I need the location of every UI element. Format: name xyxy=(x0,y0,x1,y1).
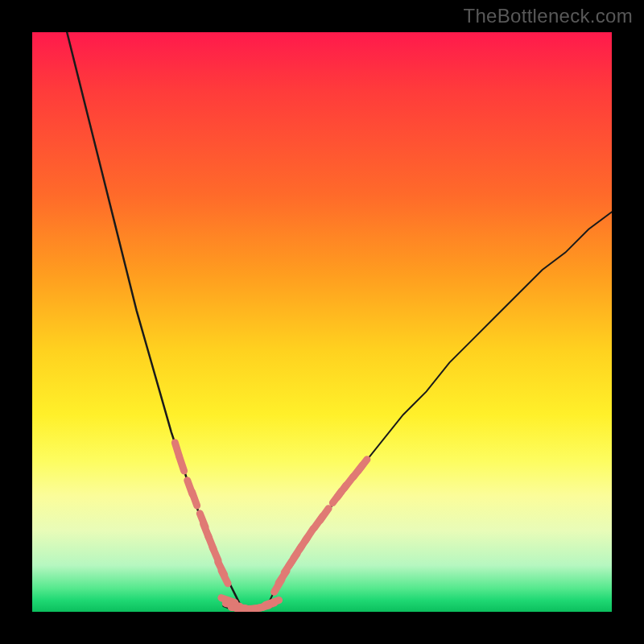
marker-dash xyxy=(320,509,328,521)
series-left-curve xyxy=(67,32,241,606)
marker-dash xyxy=(192,492,197,506)
chart-svg xyxy=(32,32,612,612)
marker-dash xyxy=(266,601,279,605)
bottleneck-curve-group xyxy=(67,32,612,611)
series-right-curve xyxy=(264,212,612,606)
chart-frame: TheBottleneck.com xyxy=(0,0,644,644)
plot-area xyxy=(32,32,612,612)
watermark-text: TheBottleneck.com xyxy=(463,5,633,27)
marker-dash xyxy=(358,460,367,471)
marker-dash xyxy=(180,457,184,471)
marker-group xyxy=(175,443,367,609)
